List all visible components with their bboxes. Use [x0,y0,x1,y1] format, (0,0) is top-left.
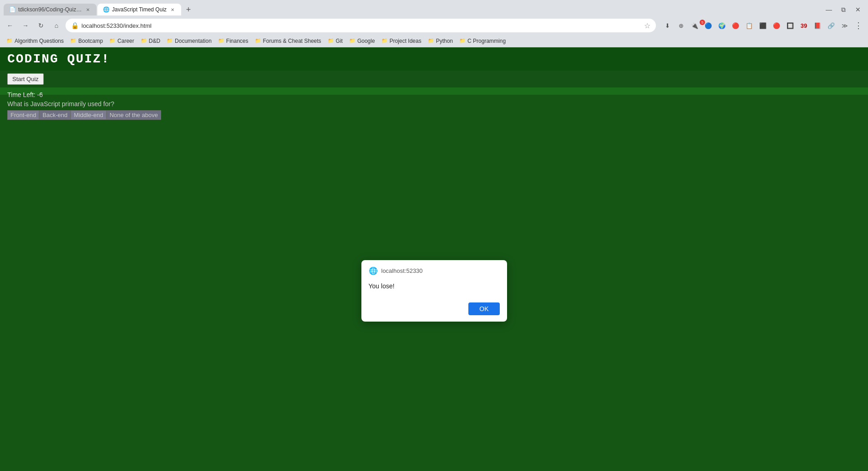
dialog-body: You lose! [361,279,507,299]
maximize-button[interactable]: ⧉ [837,3,850,16]
bookmark-label-2: Bootcamp [78,38,103,44]
bookmark-label-4: D&D [149,38,160,44]
address-bar[interactable]: 🔒 localhost:52330/index.html ☆ [66,19,656,32]
more-tools-button[interactable]: ≫ [839,20,851,31]
window-controls: — ⧉ ✕ [822,3,864,16]
extension-icon-6[interactable]: ⬛ [757,20,769,31]
dialog-footer: OK [361,299,507,322]
dialog-ok-button[interactable]: OK [468,302,499,315]
extension-icon-4[interactable]: 🔴 [730,20,741,31]
extension-icon-9[interactable]: 📕 [812,20,823,31]
bookmark-folder-icon-2: 📁 [70,38,76,44]
page-content: CODING QUIZ! Start Quiz Time Left: -6 Wh… [0,47,868,439]
bookmark-google[interactable]: 📁 Google [346,37,378,45]
extension-icon-3[interactable]: 🌍 [716,20,728,31]
bookmark-label-8: Git [336,38,343,44]
close-button[interactable]: ✕ [852,3,864,16]
bookmark-folder-icon-3: 📁 [109,38,116,44]
bookmark-label-7: Forums & Cheat Sheets [263,38,321,44]
bookmark-folder-icon-9: 📁 [349,38,355,44]
bookmark-documentation[interactable]: 📁 Documentation [164,37,214,45]
bookmark-folder-icon-4: 📁 [141,38,147,44]
dialog-globe-icon: 🌐 [369,266,378,275]
back-button[interactable]: ← [4,19,16,32]
bookmark-folder-icon-11: 📁 [428,38,434,44]
dialog-overlay: 🌐 localhost:52330 You lose! OK [0,95,868,471]
bookmarks-bar: 📁 Algorithm Questions 📁 Bootcamp 📁 Caree… [0,35,868,47]
bookmark-label-3: Career [117,38,134,44]
bookmark-label-5: Documentation [175,38,212,44]
extension-icon-10[interactable]: 🔗 [825,20,837,31]
extension-icon-badge[interactable]: 39 [798,20,810,31]
bookmark-folder-icon-1: 📁 [6,38,13,44]
bookmark-project-ideas[interactable]: 📁 Project Ideas [379,37,424,45]
bookmark-folder-icon-6: 📁 [218,38,224,44]
toolbar-icons: ⬇ ⊕ 🔌 🔵 5 🌍 🔴 📋 ⬛ 🔴 🔲 39 📕 🔗 ≫ ⋮ [661,20,864,31]
page-title: CODING QUIZ! [7,52,861,66]
tab-label-2: JavaScript Timed Quiz [112,6,167,13]
new-tab-button[interactable]: + [182,3,195,16]
dialog-message: You lose! [369,282,395,290]
bookmark-git[interactable]: 📁 Git [325,37,345,45]
bookmark-label-10: Project Ideas [390,38,421,44]
forward-button[interactable]: → [19,19,32,32]
bookmark-python[interactable]: 📁 Python [425,37,456,45]
bookmark-folder-icon-8: 📁 [328,38,334,44]
browser-chrome: 📄 tdickson96/Coding-Quiz: Creat… ✕ 🌐 Jav… [0,0,868,47]
tab-inactive-1[interactable]: 📄 tdickson96/Coding-Quiz: Creat… ✕ [4,4,96,15]
bookmark-folder-icon-7: 📁 [255,38,261,44]
tab-bar: 📄 tdickson96/Coding-Quiz: Creat… ✕ 🌐 Jav… [4,3,195,16]
tab-favicon-2: 🌐 [103,6,109,13]
bookmark-finances[interactable]: 📁 Finances [215,37,251,45]
page-header: CODING QUIZ! [0,47,868,71]
bookmark-folder-icon-10: 📁 [381,38,388,44]
bookmark-label-9: Google [357,38,375,44]
address-text: localhost:52330/index.html [81,22,641,29]
download-icon[interactable]: ⬇ [661,20,673,31]
bookmark-label-11: Python [436,38,453,44]
address-bar-row: ← → ↻ ⌂ 🔒 localhost:52330/index.html ☆ ⬇… [0,16,868,35]
quiz-controls-bar: Start Quiz [0,71,868,87]
tab-active-2[interactable]: 🌐 JavaScript Timed Quiz ✕ [97,4,181,15]
extension-icon-2[interactable]: 🔵 5 [702,20,714,31]
dialog-origin: localhost:52330 [381,267,423,274]
tab-close-2[interactable]: ✕ [169,6,176,13]
bookmark-label-6: Finances [226,38,249,44]
chrome-icon[interactable]: ⊕ [675,20,687,31]
bookmark-star-icon[interactable]: ☆ [644,21,650,30]
extension-icon-5[interactable]: 📋 [743,20,755,31]
chrome-menu-button[interactable]: ⋮ [853,20,864,31]
bookmark-forums[interactable]: 📁 Forums & Cheat Sheets [252,37,324,45]
bookmark-bootcamp[interactable]: 📁 Bootcamp [67,37,106,45]
badge-count: 5 [700,20,705,25]
minimize-button[interactable]: — [822,3,835,16]
home-button[interactable]: ⌂ [50,19,63,32]
bookmark-folder-icon-5: 📁 [167,38,173,44]
extension-icon-8[interactable]: 🔲 [784,20,796,31]
extension-icon-7[interactable]: 🔴 [771,20,782,31]
tab-close-1[interactable]: ✕ [85,6,91,13]
bookmark-dnd[interactable]: 📁 D&D [138,37,163,45]
bookmark-c-programming[interactable]: 📁 C Programming [457,37,508,45]
bookmark-label-12: C Programming [467,38,506,44]
dialog-box: 🌐 localhost:52330 You lose! OK [361,260,507,322]
dialog-header: 🌐 localhost:52330 [361,260,507,279]
security-icon: 🔒 [71,22,79,29]
start-quiz-button[interactable]: Start Quiz [7,73,44,85]
tab-label-1: tdickson96/Coding-Quiz: Creat… [18,6,82,13]
title-bar: 📄 tdickson96/Coding-Quiz: Creat… ✕ 🌐 Jav… [0,0,868,16]
extension-icon-1[interactable]: 🔌 [689,20,700,31]
tab-favicon-1: 📄 [9,6,15,13]
bookmark-label-1: Algorithm Questions [15,38,64,44]
reload-button[interactable]: ↻ [35,19,47,32]
bookmark-folder-icon-12: 📁 [459,38,466,44]
bookmark-algorithm-questions[interactable]: 📁 Algorithm Questions [4,37,66,45]
bookmark-career[interactable]: 📁 Career [107,37,137,45]
